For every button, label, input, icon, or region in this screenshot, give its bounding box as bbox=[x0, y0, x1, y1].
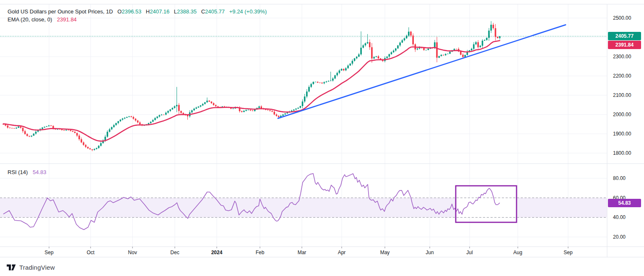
last-price-flag: 2405.77 bbox=[608, 32, 641, 40]
high-label: H bbox=[146, 8, 150, 15]
open-value: 2396.53 bbox=[122, 8, 141, 15]
trendline-drawing[interactable] bbox=[278, 25, 566, 118]
symbol-legend-row[interactable]: Gold US Dollars per Ounce Spot Prices, 1… bbox=[8, 8, 267, 16]
tradingview-logo[interactable]: TradingView bbox=[7, 264, 55, 271]
tradingview-logo-text: TradingView bbox=[19, 264, 55, 271]
candles-series bbox=[3, 21, 501, 151]
time-axis-label: Apr bbox=[338, 249, 346, 256]
time-axis-label: Mar bbox=[298, 249, 306, 256]
rsi-axis-label: 80.00 bbox=[613, 175, 626, 182]
tradingview-chart-app: Gold US Dollars per Ounce Spot Prices, 1… bbox=[0, 0, 644, 276]
price-axis-label: 2200.00 bbox=[613, 73, 631, 79]
change-value: +9.24 (+0.39%) bbox=[229, 8, 267, 15]
tradingview-logo-icon bbox=[7, 264, 16, 271]
time-axis-label: Sep bbox=[44, 249, 53, 256]
annotation-backing bbox=[456, 198, 517, 218]
time-axis-label: May bbox=[380, 249, 390, 256]
time-axis-label: Jun bbox=[426, 249, 434, 256]
ema-line bbox=[3, 41, 500, 141]
chart-canvas[interactable] bbox=[0, 0, 644, 276]
time-axis-label: Jul bbox=[466, 249, 473, 256]
close-label: C bbox=[201, 8, 205, 15]
time-axis-label: Sep bbox=[564, 249, 572, 256]
time-axis-label: 2024 bbox=[211, 249, 223, 256]
symbol-title: Gold US Dollars per Ounce Spot Prices, 1… bbox=[8, 8, 113, 15]
time-axis-label: Feb bbox=[256, 249, 265, 256]
price-axis-label: 2100.00 bbox=[613, 92, 631, 99]
ema-value: 2391.84 bbox=[57, 16, 77, 23]
price-axis-label: 1900.00 bbox=[613, 130, 631, 137]
price-axis-label: 2500.00 bbox=[613, 15, 631, 21]
time-axis-label: Oct bbox=[87, 249, 95, 256]
high-value: 2407.16 bbox=[150, 8, 169, 15]
rsi-value: 54.83 bbox=[33, 169, 47, 175]
ema-label: EMA (20, close, 0) bbox=[8, 16, 52, 23]
time-axis-label: Dec bbox=[170, 249, 179, 256]
rsi-axis-label: 20.00 bbox=[613, 234, 626, 240]
rsi-legend[interactable]: RSI (14) 54.83 bbox=[8, 169, 47, 175]
time-axis-label: Aug bbox=[513, 249, 522, 256]
open-label: O bbox=[117, 8, 122, 15]
rsi-label: RSI (14) bbox=[8, 169, 28, 175]
ema-price-flag: 2391.84 bbox=[608, 41, 641, 49]
rsi-axis-label: 40.00 bbox=[613, 214, 626, 221]
price-axis-label: 1800.00 bbox=[613, 150, 631, 156]
price-axis-label: 2300.00 bbox=[613, 53, 631, 60]
low-value: 2388.35 bbox=[177, 8, 197, 15]
price-legend: Gold US Dollars per Ounce Spot Prices, 1… bbox=[8, 8, 267, 23]
rsi-value-flag: 54.83 bbox=[608, 199, 641, 207]
ema-legend-row[interactable]: EMA (20, close, 0) 2391.84 bbox=[8, 16, 267, 23]
price-axis-label: 2000.00 bbox=[613, 111, 631, 118]
time-axis-label: Nov bbox=[128, 249, 137, 256]
close-value: 2405.77 bbox=[205, 8, 225, 15]
low-label: L bbox=[174, 8, 177, 15]
